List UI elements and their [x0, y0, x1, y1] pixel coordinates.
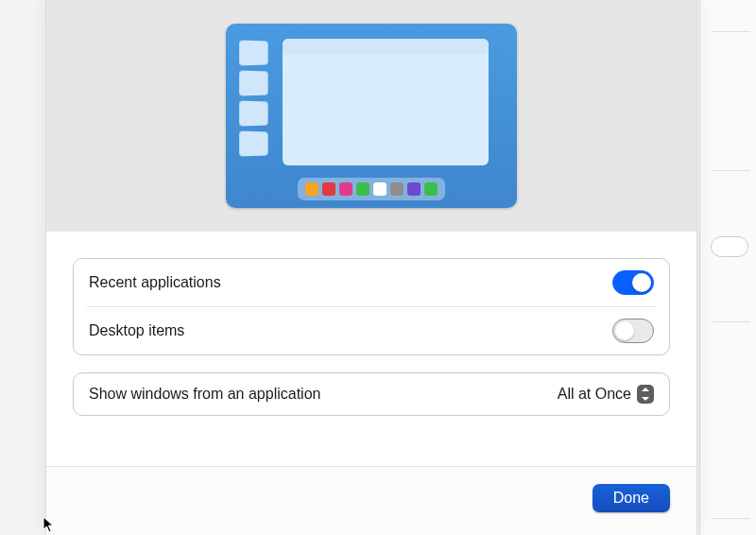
settings-area: Recent applications Desktop items Show w…: [46, 232, 696, 442]
cursor-icon: [43, 516, 56, 533]
dock-swatch: [322, 182, 335, 196]
sheet-footer: Done: [46, 466, 696, 535]
dock-swatch: [407, 182, 421, 196]
recent-applications-label: Recent applications: [89, 274, 221, 291]
show-windows-value: All at Once: [558, 386, 631, 403]
preview-side-thumb: [239, 70, 267, 95]
desktop-items-label: Desktop items: [89, 322, 184, 339]
dock-swatch: [373, 182, 387, 196]
preview-area: [46, 0, 696, 232]
preview-side-thumb: [239, 40, 267, 65]
preview-side-thumb: [239, 130, 267, 156]
popup-group: Show windows from an application All at …: [73, 372, 670, 416]
show-windows-row: Show windows from an application All at …: [74, 373, 669, 415]
recent-applications-toggle[interactable]: [612, 270, 654, 295]
preview-main-window: [283, 39, 489, 165]
dock-swatch: [339, 182, 352, 196]
desktop-items-row: Desktop items: [74, 307, 669, 354]
recent-applications-row: Recent applications: [74, 259, 669, 306]
preview-side-thumb: [239, 100, 267, 126]
settings-sheet: Recent applications Desktop items Show w…: [45, 0, 697, 535]
up-down-chevron-icon: [637, 385, 654, 404]
done-button[interactable]: Done: [593, 484, 670, 512]
show-windows-label: Show windows from an application: [89, 386, 320, 403]
toggle-group: Recent applications Desktop items: [73, 258, 670, 355]
show-windows-select[interactable]: All at Once: [558, 385, 654, 404]
stage-manager-preview: [226, 24, 517, 208]
toggle-knob: [632, 273, 651, 292]
background-page-fragment: [699, 0, 756, 535]
desktop-items-toggle[interactable]: [612, 319, 654, 343]
dock-swatch: [305, 182, 318, 196]
dock-swatch: [424, 182, 438, 196]
dock-swatch: [390, 182, 404, 196]
preview-dock: [298, 178, 445, 200]
dock-swatch: [356, 182, 369, 196]
toggle-knob: [615, 321, 634, 340]
